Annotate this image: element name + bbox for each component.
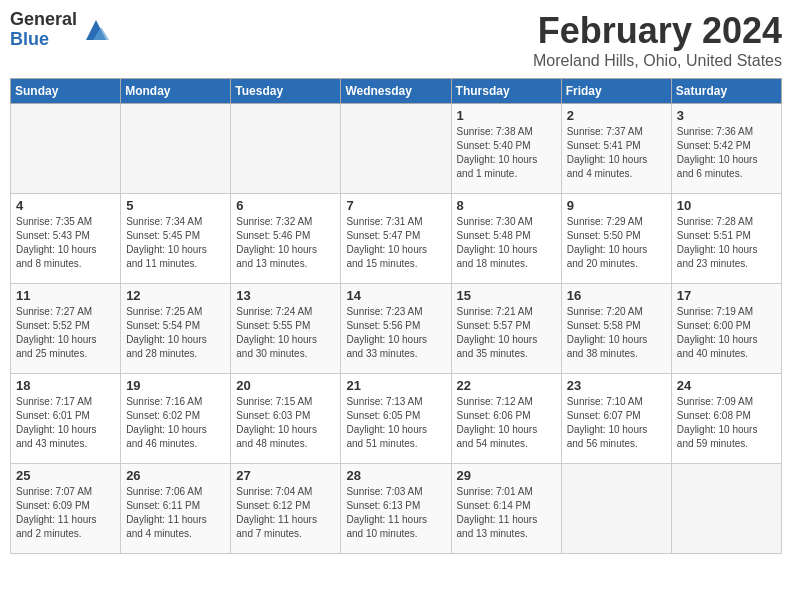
day-header-thursday: Thursday — [451, 79, 561, 104]
day-number: 21 — [346, 378, 445, 393]
calendar-cell: 1Sunrise: 7:38 AM Sunset: 5:40 PM Daylig… — [451, 104, 561, 194]
page-header: General Blue February 2024 Moreland Hill… — [10, 10, 782, 70]
title-block: February 2024 Moreland Hills, Ohio, Unit… — [533, 10, 782, 70]
logo: General Blue — [10, 10, 111, 50]
day-info: Sunrise: 7:32 AM Sunset: 5:46 PM Dayligh… — [236, 215, 335, 271]
calendar-cell: 13Sunrise: 7:24 AM Sunset: 5:55 PM Dayli… — [231, 284, 341, 374]
day-number: 7 — [346, 198, 445, 213]
calendar-week-row: 1Sunrise: 7:38 AM Sunset: 5:40 PM Daylig… — [11, 104, 782, 194]
calendar-cell: 6Sunrise: 7:32 AM Sunset: 5:46 PM Daylig… — [231, 194, 341, 284]
calendar-cell: 22Sunrise: 7:12 AM Sunset: 6:06 PM Dayli… — [451, 374, 561, 464]
calendar-cell — [11, 104, 121, 194]
day-info: Sunrise: 7:09 AM Sunset: 6:08 PM Dayligh… — [677, 395, 776, 451]
day-info: Sunrise: 7:13 AM Sunset: 6:05 PM Dayligh… — [346, 395, 445, 451]
day-number: 13 — [236, 288, 335, 303]
day-info: Sunrise: 7:12 AM Sunset: 6:06 PM Dayligh… — [457, 395, 556, 451]
day-header-sunday: Sunday — [11, 79, 121, 104]
calendar-cell — [341, 104, 451, 194]
calendar-cell: 27Sunrise: 7:04 AM Sunset: 6:12 PM Dayli… — [231, 464, 341, 554]
day-number: 28 — [346, 468, 445, 483]
day-number: 17 — [677, 288, 776, 303]
calendar-cell: 23Sunrise: 7:10 AM Sunset: 6:07 PM Dayli… — [561, 374, 671, 464]
day-number: 20 — [236, 378, 335, 393]
day-info: Sunrise: 7:27 AM Sunset: 5:52 PM Dayligh… — [16, 305, 115, 361]
day-number: 14 — [346, 288, 445, 303]
day-number: 24 — [677, 378, 776, 393]
calendar-cell: 21Sunrise: 7:13 AM Sunset: 6:05 PM Dayli… — [341, 374, 451, 464]
day-info: Sunrise: 7:24 AM Sunset: 5:55 PM Dayligh… — [236, 305, 335, 361]
day-number: 6 — [236, 198, 335, 213]
day-header-monday: Monday — [121, 79, 231, 104]
logo-blue: Blue — [10, 30, 77, 50]
calendar-cell: 3Sunrise: 7:36 AM Sunset: 5:42 PM Daylig… — [671, 104, 781, 194]
day-info: Sunrise: 7:30 AM Sunset: 5:48 PM Dayligh… — [457, 215, 556, 271]
calendar-week-row: 11Sunrise: 7:27 AM Sunset: 5:52 PM Dayli… — [11, 284, 782, 374]
calendar-cell — [671, 464, 781, 554]
day-number: 8 — [457, 198, 556, 213]
day-number: 10 — [677, 198, 776, 213]
day-info: Sunrise: 7:29 AM Sunset: 5:50 PM Dayligh… — [567, 215, 666, 271]
day-number: 5 — [126, 198, 225, 213]
day-number: 15 — [457, 288, 556, 303]
calendar-cell: 26Sunrise: 7:06 AM Sunset: 6:11 PM Dayli… — [121, 464, 231, 554]
day-info: Sunrise: 7:21 AM Sunset: 5:57 PM Dayligh… — [457, 305, 556, 361]
calendar-cell: 10Sunrise: 7:28 AM Sunset: 5:51 PM Dayli… — [671, 194, 781, 284]
day-number: 29 — [457, 468, 556, 483]
calendar-cell: 8Sunrise: 7:30 AM Sunset: 5:48 PM Daylig… — [451, 194, 561, 284]
calendar-week-row: 25Sunrise: 7:07 AM Sunset: 6:09 PM Dayli… — [11, 464, 782, 554]
day-number: 25 — [16, 468, 115, 483]
calendar-cell: 24Sunrise: 7:09 AM Sunset: 6:08 PM Dayli… — [671, 374, 781, 464]
day-number: 16 — [567, 288, 666, 303]
day-info: Sunrise: 7:25 AM Sunset: 5:54 PM Dayligh… — [126, 305, 225, 361]
day-info: Sunrise: 7:37 AM Sunset: 5:41 PM Dayligh… — [567, 125, 666, 181]
day-info: Sunrise: 7:16 AM Sunset: 6:02 PM Dayligh… — [126, 395, 225, 451]
calendar-cell: 14Sunrise: 7:23 AM Sunset: 5:56 PM Dayli… — [341, 284, 451, 374]
day-number: 22 — [457, 378, 556, 393]
calendar-cell: 25Sunrise: 7:07 AM Sunset: 6:09 PM Dayli… — [11, 464, 121, 554]
day-info: Sunrise: 7:38 AM Sunset: 5:40 PM Dayligh… — [457, 125, 556, 181]
month-title: February 2024 — [533, 10, 782, 52]
calendar-week-row: 4Sunrise: 7:35 AM Sunset: 5:43 PM Daylig… — [11, 194, 782, 284]
day-info: Sunrise: 7:34 AM Sunset: 5:45 PM Dayligh… — [126, 215, 225, 271]
calendar-cell: 5Sunrise: 7:34 AM Sunset: 5:45 PM Daylig… — [121, 194, 231, 284]
day-info: Sunrise: 7:23 AM Sunset: 5:56 PM Dayligh… — [346, 305, 445, 361]
day-info: Sunrise: 7:15 AM Sunset: 6:03 PM Dayligh… — [236, 395, 335, 451]
day-number: 27 — [236, 468, 335, 483]
calendar-cell — [231, 104, 341, 194]
location-title: Moreland Hills, Ohio, United States — [533, 52, 782, 70]
day-info: Sunrise: 7:03 AM Sunset: 6:13 PM Dayligh… — [346, 485, 445, 541]
calendar-cell: 19Sunrise: 7:16 AM Sunset: 6:02 PM Dayli… — [121, 374, 231, 464]
calendar-cell: 18Sunrise: 7:17 AM Sunset: 6:01 PM Dayli… — [11, 374, 121, 464]
calendar-cell — [561, 464, 671, 554]
calendar-cell: 4Sunrise: 7:35 AM Sunset: 5:43 PM Daylig… — [11, 194, 121, 284]
calendar-header-row: SundayMondayTuesdayWednesdayThursdayFrid… — [11, 79, 782, 104]
logo-icon — [81, 15, 111, 45]
day-info: Sunrise: 7:20 AM Sunset: 5:58 PM Dayligh… — [567, 305, 666, 361]
day-info: Sunrise: 7:17 AM Sunset: 6:01 PM Dayligh… — [16, 395, 115, 451]
day-number: 26 — [126, 468, 225, 483]
day-info: Sunrise: 7:19 AM Sunset: 6:00 PM Dayligh… — [677, 305, 776, 361]
calendar-cell: 15Sunrise: 7:21 AM Sunset: 5:57 PM Dayli… — [451, 284, 561, 374]
calendar-cell: 20Sunrise: 7:15 AM Sunset: 6:03 PM Dayli… — [231, 374, 341, 464]
day-number: 2 — [567, 108, 666, 123]
day-header-wednesday: Wednesday — [341, 79, 451, 104]
calendar-cell: 16Sunrise: 7:20 AM Sunset: 5:58 PM Dayli… — [561, 284, 671, 374]
logo-general: General — [10, 10, 77, 30]
calendar-cell: 28Sunrise: 7:03 AM Sunset: 6:13 PM Dayli… — [341, 464, 451, 554]
day-info: Sunrise: 7:04 AM Sunset: 6:12 PM Dayligh… — [236, 485, 335, 541]
calendar-cell: 29Sunrise: 7:01 AM Sunset: 6:14 PM Dayli… — [451, 464, 561, 554]
day-number: 12 — [126, 288, 225, 303]
calendar-cell: 9Sunrise: 7:29 AM Sunset: 5:50 PM Daylig… — [561, 194, 671, 284]
calendar-cell: 17Sunrise: 7:19 AM Sunset: 6:00 PM Dayli… — [671, 284, 781, 374]
day-info: Sunrise: 7:31 AM Sunset: 5:47 PM Dayligh… — [346, 215, 445, 271]
day-number: 4 — [16, 198, 115, 213]
day-info: Sunrise: 7:06 AM Sunset: 6:11 PM Dayligh… — [126, 485, 225, 541]
day-number: 1 — [457, 108, 556, 123]
day-header-tuesday: Tuesday — [231, 79, 341, 104]
day-number: 11 — [16, 288, 115, 303]
day-info: Sunrise: 7:07 AM Sunset: 6:09 PM Dayligh… — [16, 485, 115, 541]
day-number: 18 — [16, 378, 115, 393]
day-info: Sunrise: 7:35 AM Sunset: 5:43 PM Dayligh… — [16, 215, 115, 271]
calendar-cell: 12Sunrise: 7:25 AM Sunset: 5:54 PM Dayli… — [121, 284, 231, 374]
day-header-saturday: Saturday — [671, 79, 781, 104]
